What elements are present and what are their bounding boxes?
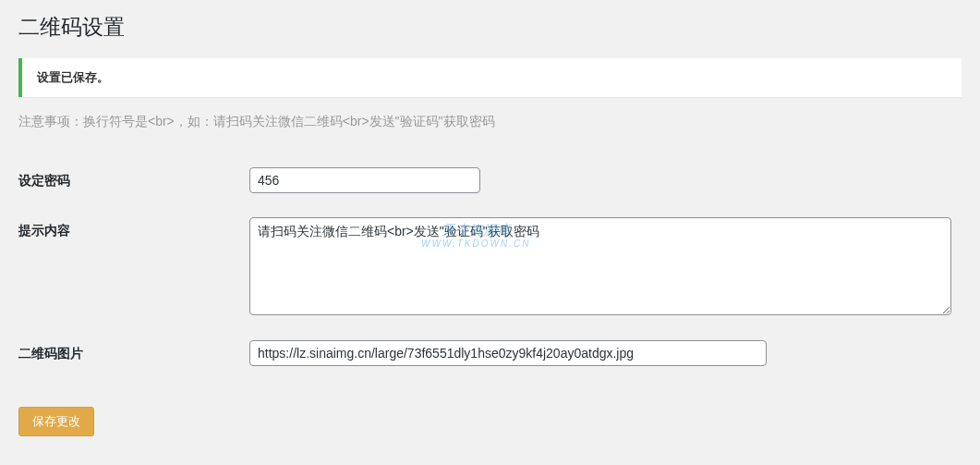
page-title: 二维码设置 [18,0,962,58]
qrcode-input[interactable] [249,340,767,366]
hint-text: 注意事项：换行符号是<br>，如：请扫码关注微信二维码<br>发送"验证码"获取… [18,114,962,130]
notice-success: 设置已保存。 [18,58,962,97]
password-label: 设定密码 [18,156,249,206]
tip-textarea[interactable] [249,217,951,315]
password-input[interactable] [249,167,480,193]
save-button[interactable]: 保存更改 [18,407,94,436]
qrcode-label: 二维码图片 [18,329,249,379]
notice-text: 设置已保存。 [37,69,947,86]
tip-label: 提示内容 [18,206,249,329]
